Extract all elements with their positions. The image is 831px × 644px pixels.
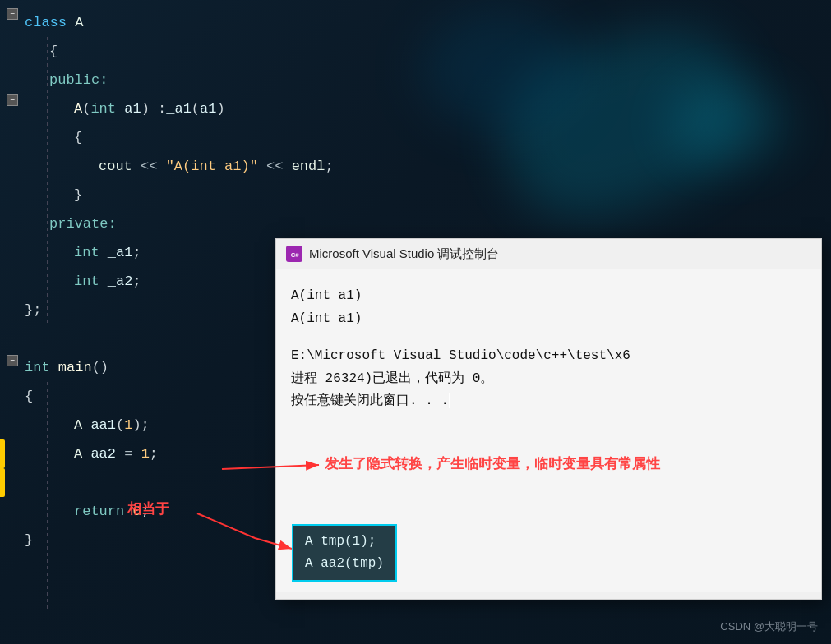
- code-line-5: {: [25, 123, 823, 152]
- svg-text:C#: C#: [291, 251, 300, 259]
- struct-line-main: [47, 382, 48, 612]
- vs-logo-svg: C#: [289, 248, 300, 260]
- breakpoint-2: [0, 468, 5, 497]
- dialog-title: Microsoft Visual Studio 调试控制台: [309, 246, 499, 262]
- struct-line-constructor: [72, 94, 72, 267]
- output-gap: [291, 331, 806, 346]
- code-line-4: A(int a1) :_a1(a1): [25, 94, 823, 123]
- collapse-class[interactable]: −: [7, 8, 18, 20]
- output-line-3: E:\Microsoft Visual Studio\code\c++\test…: [291, 346, 806, 367]
- breakpoint-1: [0, 439, 5, 468]
- code-line-2: {: [25, 37, 823, 66]
- equiv-line-1: A tmp(1);: [305, 531, 384, 553]
- vs-icon: C#: [286, 246, 302, 262]
- collapse-constructor[interactable]: −: [7, 94, 18, 106]
- annotation-implicit-conversion: 发生了隐式转换，产生临时变量，临时变量具有常属性: [325, 454, 660, 473]
- code-line-7: }: [25, 181, 823, 209]
- output-line-5: 按任意键关闭此窗口. . .: [291, 391, 806, 412]
- annotation-equivalent: 相当于: [127, 499, 169, 518]
- output-line-1: A(int a1): [291, 286, 806, 307]
- equiv-line-2: A aa2(tmp): [305, 553, 384, 575]
- cursor: [449, 393, 450, 408]
- code-line-6: cout << "A(int a1)" << endl;: [25, 152, 823, 181]
- code-line-8: private:: [25, 209, 823, 238]
- equiv-code-box: A tmp(1); A aa2(tmp): [292, 524, 397, 582]
- struct-line-class: [47, 37, 48, 324]
- watermark: CSDN @大聪明一号: [720, 619, 818, 634]
- code-line-1: class A: [25, 8, 823, 37]
- debug-title-bar: C# Microsoft Visual Studio 调试控制台: [276, 239, 821, 269]
- collapse-main[interactable]: −: [7, 355, 18, 366]
- code-line-3: public:: [25, 66, 823, 94]
- output-line-4: 进程 26324)已退出，代码为 0。: [291, 369, 806, 390]
- output-line-2: A(int a1): [291, 309, 806, 330]
